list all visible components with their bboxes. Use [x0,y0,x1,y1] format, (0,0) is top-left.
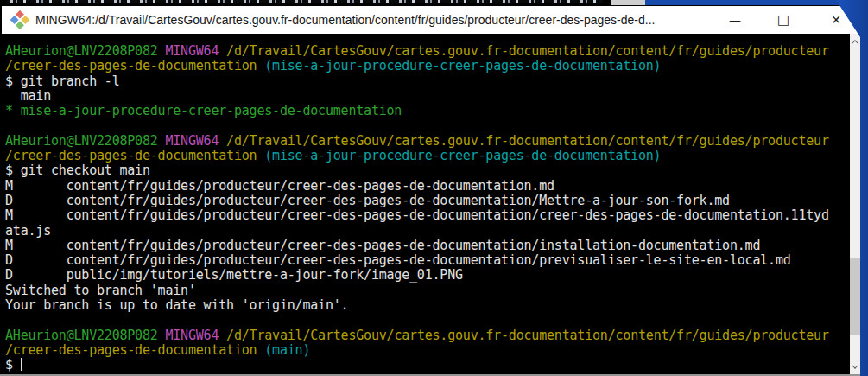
terminal-output[interactable]: AHeurion@LNV2208P082 MINGW64 /d/Travail/… [2,34,850,374]
msys2-diamond-icon[interactable] [10,10,30,30]
terminal-line: AHeurion@LNV2208P082 MINGW64 /d/Travail/… [5,328,850,343]
minimize-button[interactable]: — [716,6,754,34]
terminal-line: $ [5,358,850,373]
terminal-line: /creer-des-pages-de-documentation (mise-… [5,149,850,163]
terminal-line: $ git branch -l [5,74,850,89]
terminal-text-segment: M content/fr/guides/producteur/creer-des… [5,207,829,223]
terminal-text-segment: MINGW64 [165,133,226,149]
terminal-line: * mise-a-jour-procedure-creer-pages-de-d… [5,104,850,118]
terminal-line: D content/fr/guides/producteur/creer-des… [5,253,850,268]
scroll-up-button[interactable] [850,35,860,48]
scrollbar[interactable] [850,34,860,374]
terminal-line: /creer-des-pages-de-documentation (mise-… [5,59,850,73]
terminal-text-segment: * mise-a-jour-procedure-creer-pages-de-d… [5,103,402,118]
terminal-line: Switched to branch 'main' [5,284,850,298]
terminal-line: D content/fr/guides/producteur/creer-des… [5,194,850,208]
terminal-text-segment: MINGW64 [165,328,226,343]
terminal-text-segment: (mise-a-jour-procedure-creer-pages-de-do… [264,148,661,163]
terminal-line: M content/fr/guides/producteur/creer-des… [5,179,850,194]
terminal-text-segment: (mise-a-jour-procedure-creer-pages-de-do… [264,58,661,73]
clipped-terminal-text [7,0,603,3]
terminal-text-segment: $ [5,357,21,373]
terminal-text-segment: MINGW64 [165,43,226,59]
terminal-text-segment: AHeurion@LNV2208P082 [5,328,165,343]
scrollbar-thumb[interactable] [850,258,860,335]
terminal-text-segment: M content/fr/guides/producteur/creer-des… [5,178,554,194]
window-title: MINGW64:/d/Travail/CartesGouv/cartes.gou… [35,6,655,34]
terminal-cursor [21,358,22,371]
scroll-down-button[interactable] [850,360,860,373]
chevron-down-icon [852,361,858,368]
terminal-text-segment: $ git branch -l [5,73,119,89]
terminal-line: $ git checkout main [5,163,850,178]
terminal-text-segment: AHeurion@LNV2208P082 [5,43,165,59]
terminal-line: AHeurion@LNV2208P082 MINGW64 /d/Travail/… [5,134,850,149]
terminal-text-segment: Your branch is up to date with 'origin/m… [5,297,348,313]
mintty-window: MINGW64:/d/Travail/CartesGouv/cartes.gou… [0,0,868,376]
maximize-button[interactable]: □ [764,6,802,34]
terminal-text-segment: $ git checkout main [5,163,150,178]
terminal-line: M content/fr/guides/producteur/creer-des… [5,239,850,253]
background-terminal-sliver [0,0,868,6]
terminal-text-segment: main [5,88,51,104]
chevron-up-icon [852,40,858,47]
terminal-text-segment: /creer-des-pages-de-documentation [5,342,264,358]
terminal-line [5,118,850,133]
terminal-text-segment: /d/Travail/CartesGouv/cartes.gouv.fr-doc… [226,133,829,149]
terminal-text-segment: /creer-des-pages-de-documentation [5,148,264,163]
terminal-line: AHeurion@LNV2208P082 MINGW64 /d/Travail/… [5,44,850,59]
terminal-text-segment: D content/fr/guides/producteur/creer-des… [5,252,791,268]
titlebar[interactable]: MINGW64:/d/Travail/CartesGouv/cartes.gou… [2,6,868,34]
terminal-line: main [5,89,850,104]
terminal-text-segment: Switched to branch 'main' [5,283,196,298]
terminal-text-segment: /creer-des-pages-de-documentation [5,58,264,73]
terminal-text-segment: ata.js [5,223,51,239]
terminal-text-segment: AHeurion@LNV2208P082 [5,133,165,149]
terminal-text-segment: /d/Travail/CartesGouv/cartes.gouv.fr-doc… [226,328,829,343]
terminal-line [5,313,850,328]
background-window-edge-blue-top [645,0,868,5]
terminal-text-segment: M content/fr/guides/producteur/creer-des… [5,238,760,253]
terminal-text-segment: (main) [264,342,310,358]
terminal-line: ata.js [5,224,850,239]
terminal-text-segment: /d/Travail/CartesGouv/cartes.gouv.fr-doc… [226,43,829,59]
terminal-line: Your branch is up to date with 'origin/m… [5,298,850,313]
terminal-line: D public/img/tutoriels/mettre-a-jour-for… [5,268,850,283]
terminal-line: /creer-des-pages-de-documentation (main) [5,343,850,358]
terminal-line: M content/fr/guides/producteur/creer-des… [5,208,850,223]
terminal-text-segment: D public/img/tutoriels/mettre-a-jour-for… [5,267,463,283]
background-window-edge-gray [611,0,645,5]
terminal-text-segment: D content/fr/guides/producteur/creer-des… [5,193,730,208]
